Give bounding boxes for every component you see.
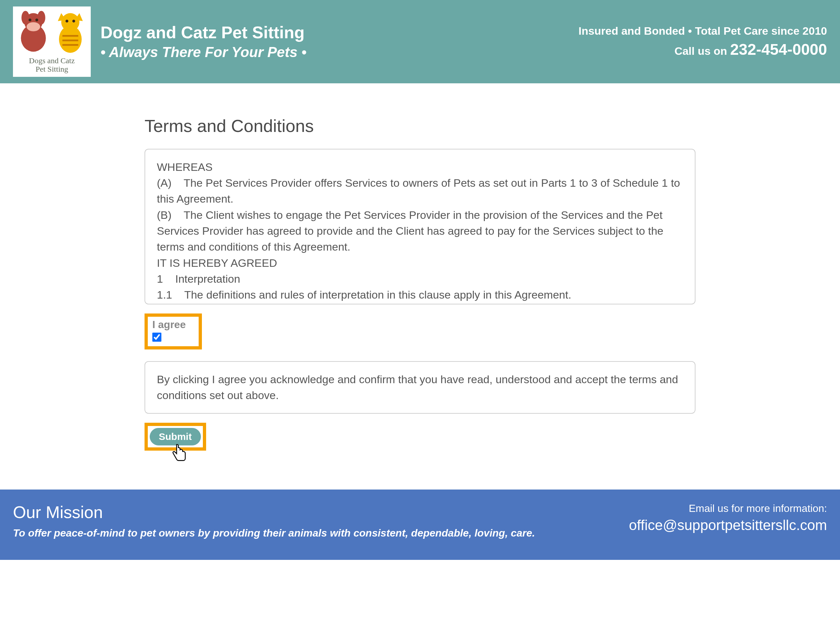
- svg-point-5: [28, 19, 32, 21]
- submit-highlight-box: Submit: [145, 423, 206, 451]
- svg-point-12: [72, 20, 75, 23]
- acknowledgement-text: By clicking I agree you acknowledge and …: [157, 373, 678, 401]
- svg-point-4: [27, 22, 40, 32]
- email-address[interactable]: office@supportpetsittersllc.com: [629, 517, 827, 533]
- terms-scroll-box[interactable]: WHEREAS (A) The Pet Services Provider of…: [145, 149, 695, 304]
- svg-point-11: [65, 20, 68, 23]
- email-label: Email us for more information:: [629, 502, 827, 515]
- svg-point-8: [61, 13, 79, 32]
- phone-number: 232-454-0000: [730, 41, 827, 58]
- svg-point-2: [21, 11, 30, 25]
- site-footer: Our Mission To offer peace-of-mind to pe…: [0, 489, 840, 560]
- main-content: Terms and Conditions WHEREAS (A) The Pet…: [138, 116, 702, 451]
- footer-right: Email us for more information: office@su…: [629, 502, 827, 533]
- agree-highlight-box: I agree: [145, 313, 202, 350]
- call-label: Call us on: [674, 45, 730, 57]
- acknowledgement-box: By clicking I agree you acknowledge and …: [145, 361, 695, 414]
- logo-text-line1: Dogs and Catz: [29, 56, 74, 65]
- logo-text-line2: Pet Sitting: [36, 65, 68, 73]
- agree-label: I agree: [152, 319, 186, 331]
- site-header: Dogs and Catz Pet Sitting Dogz and Catz …: [0, 0, 840, 83]
- logo: Dogs and Catz Pet Sitting: [13, 6, 91, 77]
- header-phone-line: Call us on 232-454-0000: [578, 41, 827, 59]
- site-title: Dogz and Catz Pet Sitting: [101, 23, 306, 42]
- site-tagline: • Always There For Your Pets •: [101, 44, 306, 60]
- page-title: Terms and Conditions: [145, 116, 695, 136]
- cursor-hand-icon: [171, 444, 188, 465]
- logo-pets-icon: [16, 10, 87, 55]
- svg-point-3: [37, 11, 45, 25]
- terms-text: WHEREAS (A) The Pet Services Provider of…: [157, 161, 683, 304]
- mission-text: To offer peace-of-mind to pet owners by …: [13, 526, 535, 540]
- mission-title: Our Mission: [13, 502, 535, 522]
- header-right: Insured and Bonded • Total Pet Care sinc…: [578, 25, 827, 59]
- svg-point-6: [35, 19, 38, 21]
- header-title-block: Dogz and Catz Pet Sitting • Always There…: [101, 23, 306, 60]
- submit-button[interactable]: Submit: [150, 428, 201, 445]
- agree-checkbox[interactable]: [152, 332, 161, 342]
- header-info-line: Insured and Bonded • Total Pet Care sinc…: [578, 25, 827, 37]
- logo-text: Dogs and Catz Pet Sitting: [16, 56, 87, 74]
- footer-left: Our Mission To offer peace-of-mind to pe…: [13, 502, 535, 540]
- header-left: Dogs and Catz Pet Sitting Dogz and Catz …: [13, 6, 306, 77]
